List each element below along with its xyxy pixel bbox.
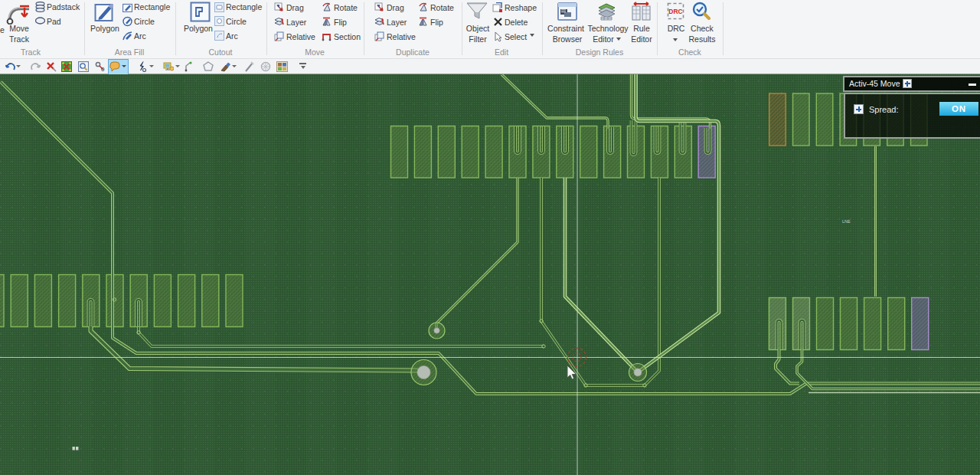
svg-text:LNE: LNE: [842, 219, 851, 224]
svg-text:0: 0: [101, 66, 105, 72]
svg-text:DRC: DRC: [668, 8, 682, 15]
